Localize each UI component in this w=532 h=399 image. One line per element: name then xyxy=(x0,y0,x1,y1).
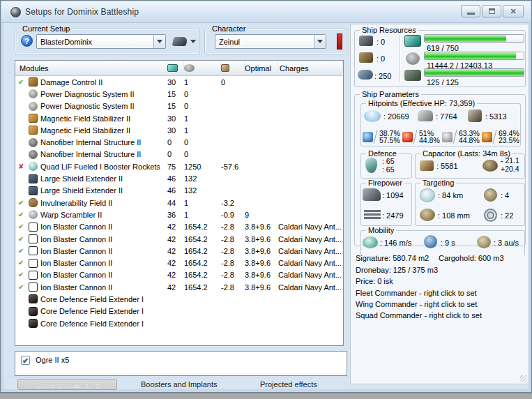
wing-commander-slot[interactable]: Wing Commander - right click to set xyxy=(356,300,477,308)
table-row[interactable]: Core Defence Field Extender I xyxy=(15,317,343,329)
ship-stats-panel: Ship Resources : 0 : 0 : 250 619 / 750 1… xyxy=(350,24,529,384)
table-row[interactable]: ✔Ion Blaster Cannon II421654.2-2.83.8+9.… xyxy=(15,245,343,257)
invuln-icon xyxy=(29,198,38,207)
tab-projected-effects[interactable]: Projected effects xyxy=(260,380,317,389)
module-name: Core Defence Field Extender I xyxy=(40,319,167,328)
powergrid-icon xyxy=(184,64,195,72)
ship-browser-caret-icon[interactable] xyxy=(190,40,196,43)
divider xyxy=(374,130,379,144)
volley-value: : 1094 xyxy=(382,191,404,200)
maximize-button[interactable] xyxy=(482,5,501,17)
setup-select[interactable]: BlasterDominix xyxy=(36,34,166,49)
module-cpu-value: 0 xyxy=(167,150,184,158)
em-resist-icon xyxy=(363,132,373,142)
table-row[interactable]: ✔Invulnerability Field II441-3.2 xyxy=(15,197,343,209)
check-icon: ✔ xyxy=(18,284,29,291)
minimize-button[interactable] xyxy=(461,5,480,17)
tab-active-drones[interactable]: Active drones: 5 / 5 xyxy=(17,379,117,390)
setup-select-button[interactable] xyxy=(153,35,165,48)
module-powergrid-value: 1 xyxy=(184,78,221,86)
module-powergrid-value: 0 xyxy=(184,138,221,146)
table-row[interactable]: Nanofiber Internal Structure II00 xyxy=(15,136,343,148)
module-optimal-value: 3.8+9.6 xyxy=(245,247,278,255)
check-icon: ✔ xyxy=(18,259,29,266)
table-row[interactable]: ✘Quad LiF Fueled I Booster Rockets751250… xyxy=(15,160,343,172)
shield-hp-value: : 20669 xyxy=(383,112,409,121)
drone-label: Ogre II x5 xyxy=(36,356,69,364)
table-row[interactable]: Core Defence Field Extender I xyxy=(15,306,343,317)
booster-icon xyxy=(29,162,38,171)
drone-panel: ✔Ogre II x5 xyxy=(15,351,347,376)
character-select[interactable]: Zeinul xyxy=(215,34,326,49)
table-row[interactable]: Core Defence Field Extender I xyxy=(15,293,343,305)
resize-grip[interactable] xyxy=(520,375,527,382)
table-row[interactable]: Nanofiber Internal Structure II00 xyxy=(15,149,343,160)
drone-checkbox[interactable]: ✔ xyxy=(21,356,30,365)
powergrid-icon xyxy=(406,52,420,65)
module-cpu-value: 46 xyxy=(167,174,184,183)
tab-boosters-implants[interactable]: Boosters and Implants xyxy=(141,380,217,389)
dps-icon xyxy=(364,210,381,220)
table-row[interactable]: ✔Damage Control II3010 xyxy=(15,76,343,88)
character-group: Character Zeinul xyxy=(204,29,347,54)
table-row[interactable]: ✔Ion Blaster Cannon II421654.2-2.83.8+9.… xyxy=(15,257,343,269)
launcher-slot-icon xyxy=(359,52,373,63)
fleet-commander-slot[interactable]: Fleet Commander - right click to set xyxy=(356,289,477,297)
table-row[interactable]: Power Diagnostic System II150 xyxy=(15,100,343,112)
resist-armor-value: 44.8% xyxy=(459,137,480,144)
hitpoints-group: Hitpoints (Effective HP: 73,359) : 20669… xyxy=(360,103,521,146)
module-powergrid-value: 1654.2 xyxy=(184,247,221,255)
table-row[interactable]: ✔Ion Blaster Cannon II421654.2-2.83.8+9.… xyxy=(15,233,343,245)
module-name: Ion Blaster Cannon II xyxy=(40,283,167,292)
turret-slots-value: : 0 xyxy=(377,38,385,46)
mobility-title: Mobility xyxy=(366,226,396,234)
module-name: Invulnerability Field II xyxy=(40,199,167,207)
check-icon: ✔ xyxy=(18,236,29,243)
modules-table-header: Modules Optimal Charges xyxy=(15,61,343,76)
module-cpu-value: 42 xyxy=(167,259,184,267)
capacitor-drain-value: - 21.1 xyxy=(501,157,519,164)
thermal-resist-icon xyxy=(402,132,413,142)
character-select-button[interactable] xyxy=(314,35,326,48)
check-icon: ✔ xyxy=(18,223,29,230)
drone-bandwidth-value: 125 / 125 xyxy=(427,78,459,86)
resist-armor-value: 57.5% xyxy=(379,137,400,144)
mag-stab-icon xyxy=(29,126,38,135)
table-row[interactable]: Magnetic Field Stabilizer II301 xyxy=(15,112,343,124)
divider xyxy=(453,130,459,144)
table-row[interactable]: Magnetic Field Stabilizer II301 xyxy=(15,124,343,136)
resist-cell: 51%44.8% xyxy=(402,129,441,144)
list-item[interactable]: ✔Ogre II x5 xyxy=(15,352,347,366)
module-capacitor-value: 0 xyxy=(221,78,245,86)
module-name: Warp Scrambler II xyxy=(40,211,167,219)
table-row[interactable]: ✔Warp Scrambler II361-0.99 xyxy=(15,209,343,220)
squad-commander-slot[interactable]: Squad Commander - right click to set xyxy=(356,311,482,319)
rig-icon xyxy=(29,319,38,328)
table-row[interactable]: ✔Ion Blaster Cannon II421654.2-2.83.8+9.… xyxy=(15,221,343,233)
module-cpu-value: 42 xyxy=(167,283,184,292)
module-cpu-value: 42 xyxy=(167,223,184,231)
module-cpu-value: 30 xyxy=(167,78,184,86)
module-capacitor-value: -2.8 xyxy=(221,247,245,255)
close-button[interactable]: ✕ xyxy=(503,5,524,17)
module-capacitor-value: -2.8 xyxy=(221,259,245,267)
titlebar[interactable]: Setups for Dominix Battleship ✕ xyxy=(1,1,531,23)
table-row[interactable]: ✔Ion Blaster Cannon II421654.2-2.83.8+9.… xyxy=(15,281,343,293)
ship-browser-icon[interactable] xyxy=(172,37,188,46)
table-row[interactable]: ✔Ion Blaster Cannon II421654.2-2.83.8+9.… xyxy=(15,269,343,281)
capacitor-group: Capacitor (Lasts: 34m 8s) : 5581 - 21.1 … xyxy=(415,153,525,179)
cpu-bar xyxy=(424,34,524,43)
table-row[interactable]: Large Shield Extender II46132 xyxy=(15,185,343,197)
app-icon xyxy=(10,7,21,17)
table-row[interactable]: Large Shield Extender II46132 xyxy=(15,172,343,184)
setup-select-value: BlasterDominix xyxy=(37,38,153,46)
table-row[interactable]: Power Diagnostic System II150 xyxy=(15,88,343,100)
help-icon[interactable]: ? xyxy=(21,35,33,47)
current-setup-label: Current Setup xyxy=(20,24,72,33)
targeting-range-value: : 84 km xyxy=(438,191,463,200)
capacitor-recharge-icon xyxy=(482,160,498,172)
signature-stat: Signature: 580.74 m2 xyxy=(356,254,429,262)
scan-resolution-value: : 108 mm xyxy=(438,211,470,220)
module-cpu-value: 36 xyxy=(167,211,184,219)
explosive-resist-icon xyxy=(482,132,492,142)
